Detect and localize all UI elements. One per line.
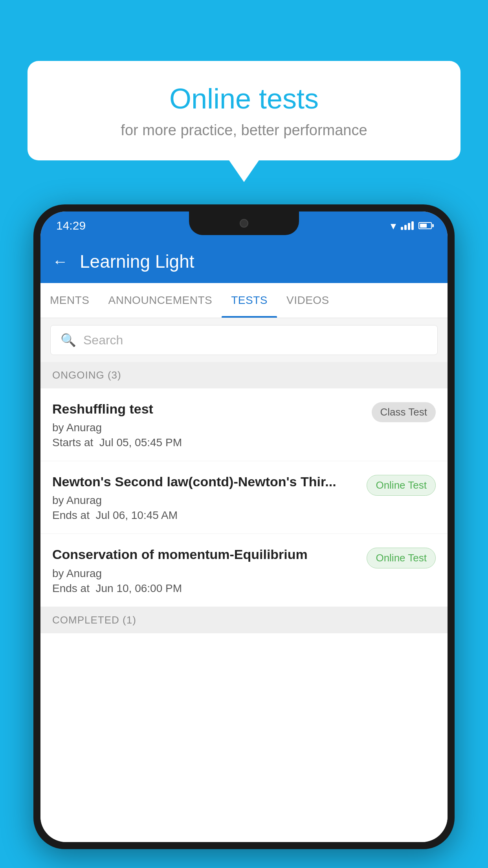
ongoing-section-header: ONGOING (3) xyxy=(40,362,448,388)
test-name-1: Reshuffling test xyxy=(52,400,364,417)
tab-videos[interactable]: VIDEOS xyxy=(277,283,339,318)
tab-announcements[interactable]: ANNOUNCEMENTS xyxy=(99,283,222,318)
app-bar: ← Learning Light xyxy=(40,240,448,283)
phone-notch xyxy=(189,211,299,235)
test-badge-1: Class Test xyxy=(372,402,436,422)
speech-bubble: Online tests for more practice, better p… xyxy=(28,61,460,160)
test-time-1: Starts at Jul 05, 05:45 PM xyxy=(52,436,364,449)
test-item-2[interactable]: Newton's Second law(contd)-Newton's Thir… xyxy=(40,461,448,534)
phone-screen: 14:29 ▾ xyxy=(40,211,448,842)
search-container: 🔍 Search xyxy=(40,318,448,362)
completed-section-header: COMPLETED (1) xyxy=(40,607,448,633)
speech-bubble-container: Online tests for more practice, better p… xyxy=(28,61,460,160)
phone-frame: 14:29 ▾ xyxy=(33,204,455,849)
tab-ments[interactable]: MENTS xyxy=(40,283,99,318)
test-info-1: Reshuffling test by Anurag Starts at Jul… xyxy=(52,400,364,449)
signal-bars-icon xyxy=(401,221,414,230)
search-placeholder: Search xyxy=(83,333,123,348)
phone-container: 14:29 ▾ xyxy=(33,204,455,868)
test-item-3[interactable]: Conservation of momentum-Equilibrium by … xyxy=(40,534,448,607)
status-time: 14:29 xyxy=(56,219,86,232)
tabs-bar: MENTS ANNOUNCEMENTS TESTS VIDEOS xyxy=(40,283,448,318)
camera-dot xyxy=(240,219,248,228)
bubble-subtitle: for more practice, better performance xyxy=(51,122,437,139)
test-author-1: by Anurag xyxy=(52,421,364,434)
app-title: Learning Light xyxy=(80,251,194,272)
search-input[interactable]: 🔍 Search xyxy=(50,325,438,355)
status-icons: ▾ xyxy=(391,219,432,232)
test-time-2: Ends at Jul 06, 10:45 AM xyxy=(52,509,359,522)
test-time-3: Ends at Jun 10, 06:00 PM xyxy=(52,582,359,595)
tab-tests[interactable]: TESTS xyxy=(222,283,277,318)
test-info-2: Newton's Second law(contd)-Newton's Thir… xyxy=(52,473,359,522)
wifi-icon: ▾ xyxy=(391,219,396,232)
search-icon: 🔍 xyxy=(61,333,76,348)
bubble-title: Online tests xyxy=(51,83,437,115)
back-arrow-icon[interactable]: ← xyxy=(52,253,68,270)
test-info-3: Conservation of momentum-Equilibrium by … xyxy=(52,546,359,594)
test-name-3: Conservation of momentum-Equilibrium xyxy=(52,546,359,563)
test-badge-2: Online Test xyxy=(367,475,436,496)
test-badge-3: Online Test xyxy=(367,548,436,568)
test-item-1[interactable]: Reshuffling test by Anurag Starts at Jul… xyxy=(40,388,448,461)
test-name-2: Newton's Second law(contd)-Newton's Thir… xyxy=(52,473,359,490)
test-list: Reshuffling test by Anurag Starts at Jul… xyxy=(40,388,448,842)
test-author-2: by Anurag xyxy=(52,494,359,507)
battery-icon xyxy=(418,222,432,229)
test-author-3: by Anurag xyxy=(52,567,359,580)
